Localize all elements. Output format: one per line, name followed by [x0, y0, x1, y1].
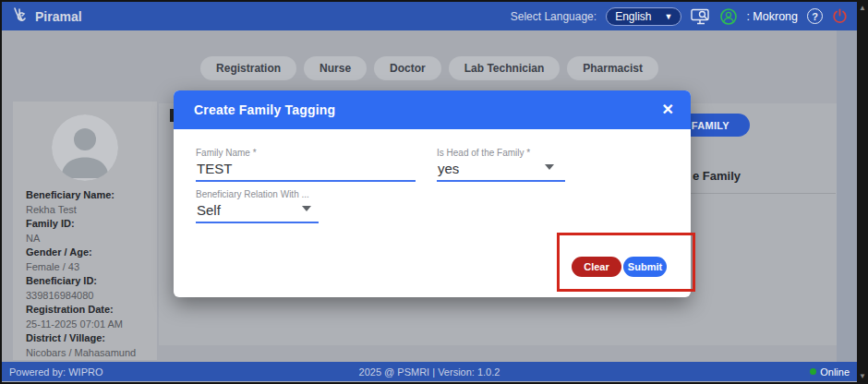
head-of-family-value: yes — [438, 161, 459, 176]
power-icon[interactable] — [832, 8, 848, 24]
online-status: Online — [810, 366, 850, 378]
beneficiary-sidebar: Beneficiary Name: Rekha Test Family ID: … — [13, 102, 157, 360]
registration-date-label: Registration Date: — [26, 303, 151, 318]
tab-lab-technician[interactable]: Lab Technician — [449, 56, 560, 80]
help-icon[interactable]: ? — [807, 8, 823, 24]
piramal-logo-icon — [11, 6, 30, 27]
beneficiary-relation-label: Beneficiary Relation With ... — [196, 189, 319, 199]
brand-name: Piramal — [35, 9, 82, 24]
scroll-up-icon[interactable]: ▲ — [857, 4, 868, 12]
create-family-tagging-modal: Create Family Tagging ✕ Family Name * TE… — [174, 90, 691, 297]
family-name-field: Family Name * TEST — [196, 148, 416, 182]
beneficiary-id-value: 339816984080 — [26, 289, 151, 304]
brand: Piramal — [11, 6, 82, 27]
version-text: 2025 @ PSMRI | Version: 1.0.2 — [2, 366, 857, 378]
gender-age-value: Female / 43 — [26, 260, 151, 275]
top-header: Piramal Select Language: English ▼ — [2, 2, 857, 30]
gender-age-label: Gender / Age: — [26, 246, 151, 260]
head-of-family-field: Is Head of the Family * yes — [437, 148, 565, 182]
family-id-label: Family ID: — [26, 217, 151, 232]
district-village-label: District / Village: — [26, 331, 151, 346]
modal-title: Create Family Tagging — [194, 102, 335, 117]
clear-button[interactable]: Clear — [572, 257, 621, 277]
registration-date-value: 25-11-2025 07:01 AM — [26, 318, 151, 332]
family-name-label: Family Name * — [196, 148, 416, 158]
tab-nurse[interactable]: Nurse — [304, 56, 367, 80]
language-select[interactable]: English ▼ — [606, 7, 681, 26]
district-village-value: Nicobars / Mahasamund — [26, 346, 151, 361]
beneficiary-relation-value: Self — [197, 202, 221, 218]
role-tab-bar: Registration Nurse Doctor Lab Technician… — [2, 56, 857, 80]
online-dot-icon — [810, 368, 816, 375]
beneficiary-details-list: Beneficiary Name: Rekha Test Family ID: … — [13, 188, 157, 360]
footer: Powered by: WIPRO 2025 @ PSMRI | Version… — [2, 362, 857, 381]
tab-pharmacist[interactable]: Pharmacist — [567, 56, 658, 80]
app-window: Piramal Select Language: English ▼ — [0, 0, 868, 384]
chevron-down-icon: ▼ — [664, 12, 672, 21]
dropdown-arrow-icon[interactable] — [545, 164, 554, 170]
tab-doctor[interactable]: Doctor — [374, 56, 441, 80]
create-family-section-heading: e Family — [693, 169, 741, 183]
submit-button[interactable]: Submit — [623, 257, 667, 277]
scroll-down-icon[interactable]: ▼ — [857, 372, 868, 380]
language-label: Select Language: — [511, 10, 597, 23]
family-name-input[interactable]: TEST — [196, 161, 416, 182]
head-of-family-select[interactable]: yes — [437, 161, 565, 182]
beneficiary-name-label: Beneficiary Name: — [26, 188, 151, 203]
beneficiary-name-value: Rekha Test — [26, 203, 151, 218]
head-of-family-label: Is Head of the Family * — [437, 148, 565, 158]
beneficiary-relation-select[interactable]: Self — [196, 202, 319, 223]
user-circle-icon — [720, 8, 737, 25]
modal-header: Create Family Tagging ✕ — [174, 90, 691, 129]
dropdown-arrow-icon[interactable] — [302, 206, 311, 211]
language-value: English — [615, 10, 651, 23]
beneficiary-relation-field: Beneficiary Relation With ... Self — [196, 189, 319, 223]
vertical-scrollbar[interactable]: ▲ ▼ — [857, 0, 868, 384]
beneficiary-id-label: Beneficiary ID: — [26, 274, 151, 289]
tab-registration[interactable]: Registration — [200, 56, 296, 80]
screen-search-icon[interactable] — [691, 8, 711, 25]
avatar — [52, 114, 118, 181]
username: : Mokrong — [746, 10, 798, 23]
family-id-value: NA — [26, 232, 151, 246]
close-icon[interactable]: ✕ — [662, 102, 674, 117]
online-label: Online — [820, 366, 850, 378]
